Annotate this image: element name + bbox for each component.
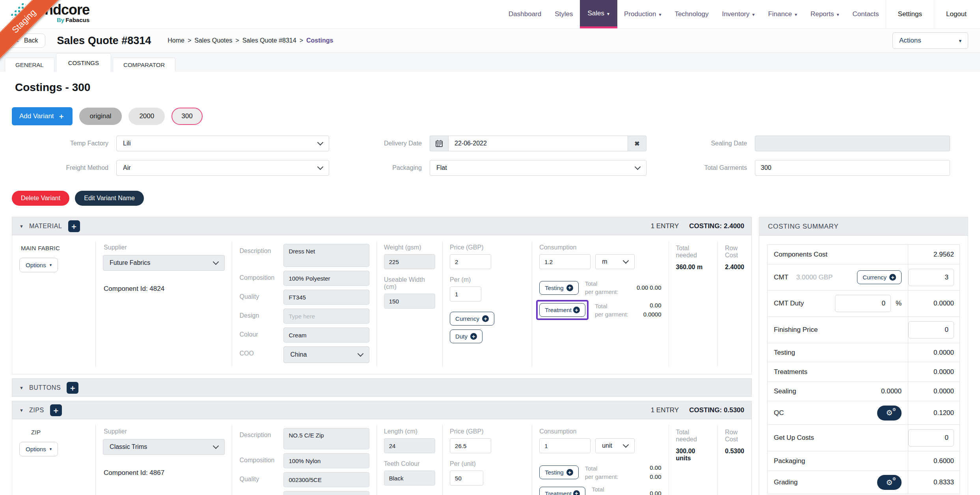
collapse-caret-icon[interactable]: ▼: [19, 224, 24, 229]
costings-heading: Costings - 300: [15, 81, 968, 94]
material-useable-width: [384, 294, 435, 309]
cmt-currency-button[interactable]: Currency+: [857, 270, 902, 284]
collapse-caret-icon[interactable]: ▼: [19, 408, 24, 413]
delete-variant-button[interactable]: Delete Variant: [12, 191, 69, 206]
cmt-input[interactable]: [908, 269, 954, 286]
tabs-bar: GENERAL COSTINGS COMPARATOR: [0, 53, 980, 72]
material-currency-button[interactable]: Currency+: [450, 312, 494, 326]
tab-comparator[interactable]: COMPARATOR: [113, 58, 175, 72]
nav-settings[interactable]: Settings: [886, 0, 934, 28]
zip-testing-button[interactable]: Testing+: [539, 465, 579, 479]
caret-down-icon: ▾: [959, 38, 961, 44]
consumption-label: Consumption: [539, 428, 576, 435]
price-label: Price (GBP): [450, 428, 525, 435]
zip-treatment-total: 0.00: [633, 489, 661, 495]
tab-general[interactable]: GENERAL: [5, 58, 54, 72]
temp-factory-select[interactable]: Lili: [116, 136, 329, 151]
add-variant-button[interactable]: Add Variant ＋: [12, 107, 73, 125]
material-add-button[interactable]: ＋: [68, 220, 80, 232]
zip-tape-colour: [283, 491, 369, 495]
finishing-price-input[interactable]: [908, 321, 954, 339]
calendar-icon[interactable]: [430, 136, 448, 151]
clear-icon[interactable]: ✖: [628, 136, 647, 151]
material-coo-select[interactable]: China: [283, 346, 369, 363]
buttons-add-button[interactable]: ＋: [67, 382, 78, 394]
grading-settings-button[interactable]: ⚙⚙: [877, 475, 902, 490]
edit-variant-name-button[interactable]: Edit Variant Name: [75, 191, 144, 206]
material-treatment-button[interactable]: Treatment+: [539, 303, 585, 317]
material-duty-button[interactable]: Duty+: [450, 329, 483, 343]
nav-logout[interactable]: Logout: [934, 0, 980, 28]
freight-method-select[interactable]: Air: [116, 160, 329, 176]
material-design-input[interactable]: [283, 309, 369, 324]
page-title: Sales Quote #8314: [57, 35, 151, 47]
summary-row-finishing-price: Finishing Price: [768, 317, 960, 343]
nav-finance[interactable]: Finance▾: [761, 0, 804, 28]
total-needed-label: Total needed: [676, 245, 711, 259]
total-garments-input[interactable]: [755, 160, 950, 176]
nav-sales[interactable]: Sales▾: [580, 0, 618, 28]
cmt-duty-input[interactable]: [835, 295, 891, 312]
chevron-down-icon: [358, 351, 364, 357]
summary-row-testing: Testing 0.0000: [768, 343, 960, 362]
material-options-button[interactable]: Options ▾: [19, 258, 58, 272]
costing-summary: COSTING SUMMARY Components Cost 2.9562 C…: [759, 217, 968, 495]
brand: indcore ByFabacus Staging: [0, 0, 142, 28]
nav-styles[interactable]: Styles: [548, 0, 579, 28]
material-consumption-input[interactable]: [539, 254, 591, 269]
get-up-costs-input[interactable]: [908, 429, 954, 447]
material-header: ▼ MATERIAL ＋ 1 ENTRY COSTING: 2.4000: [12, 217, 752, 235]
nav-technology[interactable]: Technology: [668, 0, 715, 28]
breadcrumb-sales-quotes[interactable]: Sales Quotes: [194, 37, 232, 44]
zip-consumption-input[interactable]: [539, 438, 591, 453]
caret-down-icon: ▾: [752, 12, 755, 17]
component-id: Component Id: 4867: [104, 469, 225, 477]
packaging-value: 0.6000: [908, 451, 960, 471]
packaging-select[interactable]: Flat: [430, 160, 647, 176]
nav-reports[interactable]: Reports▾: [804, 0, 846, 28]
delivery-date-input[interactable]: [448, 136, 628, 151]
buttons-section: ▼ BUTTONS ＋: [12, 378, 752, 397]
zip-options-button[interactable]: Options ▾: [19, 442, 58, 456]
zip-treatment-button[interactable]: Treatment+: [539, 487, 585, 495]
material-title: MATERIAL: [29, 223, 62, 230]
total-needed-label: Total needed: [676, 429, 711, 443]
breadcrumb-home[interactable]: Home: [168, 37, 184, 44]
zips-entries: 1 ENTRY: [651, 406, 679, 414]
collapse-caret-icon[interactable]: ▼: [19, 385, 24, 390]
material-per-input[interactable]: [450, 287, 481, 301]
zip-total-needed: 300.00 units: [676, 448, 711, 462]
tab-costings[interactable]: COSTINGS: [56, 53, 111, 72]
variant-pill-2000[interactable]: 2000: [129, 108, 165, 125]
nav-production[interactable]: Production▾: [617, 0, 668, 28]
material-testing-button[interactable]: Testing+: [539, 281, 579, 295]
chevron-down-icon: [635, 164, 641, 170]
material-supplier-select[interactable]: Future Fabrics: [103, 255, 225, 271]
packaging-label: Packaging: [329, 164, 422, 171]
nav-contacts[interactable]: Contacts: [846, 0, 885, 28]
colour-label: Colour: [239, 328, 283, 342]
zip-price-input[interactable]: [450, 438, 491, 453]
zip-composition: [283, 453, 369, 468]
qc-settings-button[interactable]: ⚙⚙: [877, 406, 902, 421]
nav-inventory[interactable]: Inventory▾: [715, 0, 761, 28]
zips-header: ▼ ZIPS ＋ 1 ENTRY COSTING: 0.5300: [12, 401, 752, 419]
variant-pill-original[interactable]: original: [79, 108, 122, 125]
zip-supplier-select[interactable]: Classic Trims: [103, 439, 225, 455]
material-unit-select[interactable]: m: [595, 254, 635, 269]
design-label: Design: [239, 309, 283, 324]
breadcrumb-sales-quote[interactable]: Sales Quote #8314: [242, 37, 296, 44]
row-cost-label: Row Cost: [725, 429, 744, 443]
summary-row-sealing: Sealing 0.0000 0.0000: [768, 382, 960, 401]
zip-unit-select[interactable]: unit: [595, 438, 635, 453]
summary-row-treatments: Treatments 0.0000: [768, 362, 960, 382]
material-price-input[interactable]: [450, 254, 491, 269]
actions-button[interactable]: Actions ▾: [892, 32, 968, 49]
variant-pill-300[interactable]: 300: [171, 108, 202, 125]
zip-per-input[interactable]: [450, 471, 483, 486]
useable-width-label: Useable Width (cm): [384, 276, 435, 290]
zips-add-button[interactable]: ＋: [50, 404, 62, 416]
teeth-colour-label: Teeth Colour: [384, 460, 435, 467]
grading-value: 0.8333: [908, 471, 960, 494]
nav-dashboard[interactable]: Dashboard: [502, 0, 548, 28]
